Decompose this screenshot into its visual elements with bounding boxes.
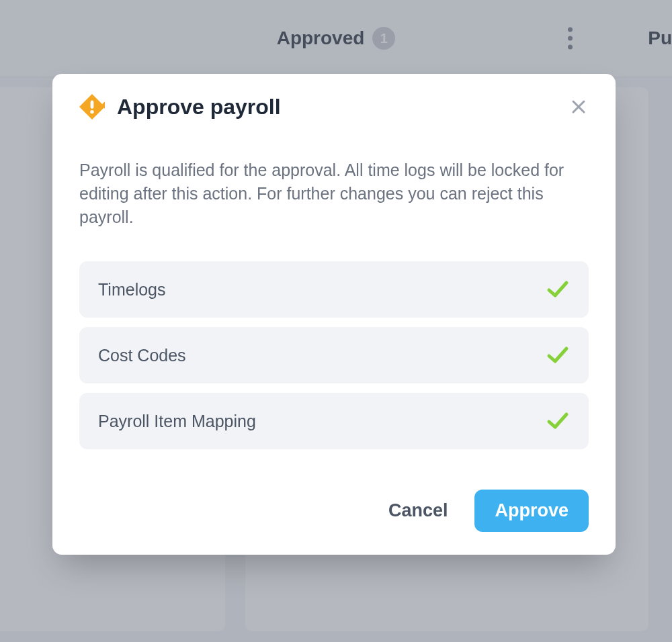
svg-point-2 — [90, 110, 93, 113]
checkmark-icon — [546, 277, 570, 302]
checkmark-icon — [546, 343, 570, 367]
svg-rect-1 — [91, 101, 94, 109]
check-label: Cost Codes — [98, 346, 186, 365]
warning-icon — [79, 94, 105, 120]
check-item-payroll-mapping: Payroll Item Mapping — [79, 393, 589, 449]
approve-button[interactable]: Approve — [474, 490, 589, 532]
check-item-timelogs: Timelogs — [79, 261, 589, 318]
approve-payroll-modal: Approve payroll Payroll is qualified for… — [52, 74, 616, 555]
check-item-cost-codes: Cost Codes — [79, 327, 589, 383]
modal-description: Payroll is qualified for the approval. A… — [79, 158, 589, 229]
check-list: Timelogs Cost Codes Payroll Item Mapping — [79, 261, 589, 449]
cancel-button[interactable]: Cancel — [382, 490, 455, 532]
modal-header: Approve payroll — [79, 94, 589, 120]
modal-title: Approve payroll — [117, 95, 556, 120]
modal-footer: Cancel Approve — [79, 490, 589, 532]
check-label: Payroll Item Mapping — [98, 412, 256, 431]
close-button[interactable] — [569, 97, 589, 117]
checkmark-icon — [546, 409, 570, 433]
check-label: Timelogs — [98, 280, 166, 300]
close-icon — [571, 99, 586, 114]
